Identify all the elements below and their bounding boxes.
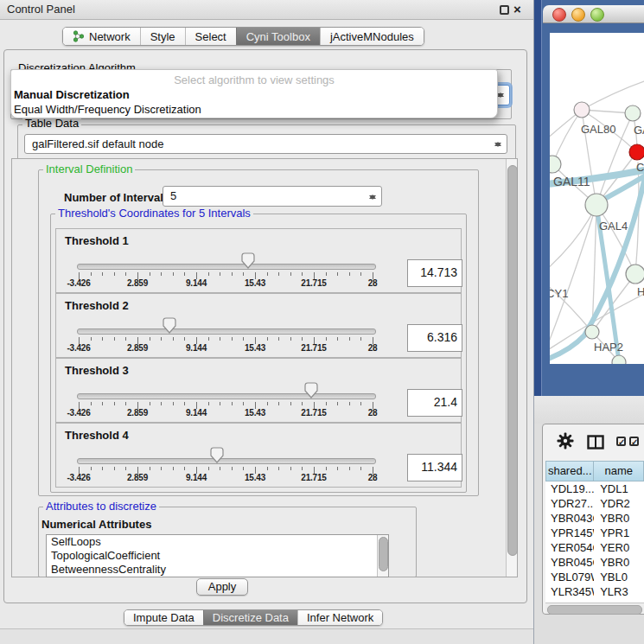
slider-thumb[interactable] [163, 317, 176, 334]
numerical-attributes-list[interactable]: SelfLoopsTopologicalCoefficientBetweenne… [46, 534, 389, 577]
tab-select[interactable]: Select [185, 28, 236, 45]
slider-tick [302, 337, 303, 341]
slider-tick [208, 272, 209, 276]
slider-tick-label: 21.715 [294, 408, 334, 418]
slider-tick [232, 337, 233, 341]
tab-label: Impute Data [133, 611, 194, 624]
attribute-list-item[interactable]: SelfLoops [47, 535, 388, 549]
close-traffic-light-icon[interactable] [552, 8, 566, 22]
slider-track[interactable] [77, 458, 376, 464]
table-row[interactable]: YDR27...YDR2 [545, 496, 644, 511]
tab-infer-network[interactable]: Infer Network [297, 610, 382, 625]
node-bottom[interactable] [612, 355, 626, 364]
node-attribute-table[interactable]: shared...name YDL19...YDL1YDR27...YDR2YB… [545, 461, 644, 603]
slider-tick [243, 402, 244, 405]
network-window-frame-edge [534, 0, 541, 396]
settings-vertical-scrollbar[interactable] [506, 159, 517, 577]
slider-tick [184, 272, 185, 276]
checkbox-icon[interactable]: ✓ [629, 437, 639, 446]
zoom-traffic-light-icon[interactable] [590, 8, 604, 22]
table-row[interactable]: YDL19...YDL1 [545, 481, 644, 496]
scrollbar-thumb[interactable] [379, 537, 388, 571]
node-gal4[interactable] [585, 194, 608, 216]
column-header-1[interactable]: shared... [545, 461, 594, 481]
table-row[interactable]: YBR045CYBR0 [545, 555, 644, 570]
threshold-value-field[interactable]: 21.4 [407, 389, 462, 417]
slider-tick [125, 337, 126, 341]
network-window-frame-highlight [541, 0, 542, 396]
threshold-value-field[interactable]: 14.713 [407, 259, 462, 287]
slider-tick-label: 21.715 [294, 278, 334, 288]
panel-title: Control Panel [7, 0, 75, 19]
node-hap2-label: HAP2 [594, 341, 623, 354]
slider-tick [125, 402, 126, 405]
slider-tick-label: 21.715 [294, 343, 334, 353]
node-top-right[interactable] [625, 105, 641, 121]
node-right[interactable] [626, 265, 644, 284]
checkbox-icon[interactable]: ✓ [616, 437, 626, 446]
minimize-traffic-light-icon[interactable] [571, 8, 585, 22]
threshold-value-field[interactable]: 11.344 [407, 454, 462, 481]
slider-tick-label: 2.859 [118, 278, 157, 288]
slider-tick [360, 272, 361, 276]
slider-tick-label: 2.859 [118, 473, 157, 482]
node-hap2[interactable] [585, 325, 599, 339]
threshold-panel-3: Threshold 3-3.4262.8599.14415.4321.71528… [55, 358, 462, 423]
scrollbar-thumb[interactable] [547, 605, 642, 615]
network-window-titlebar[interactable] [543, 5, 644, 23]
slider-thumb[interactable] [241, 252, 255, 269]
slider-track[interactable] [77, 393, 376, 399]
network-view-canvas[interactable]: GAL80GALCGAL11GAL4GCY1HHAP2 [550, 33, 644, 364]
threshold-label: Threshold 4 [65, 429, 129, 442]
tab-network[interactable]: Network [63, 28, 140, 45]
table-row[interactable]: YBL079WYBL0 [545, 570, 644, 584]
scrollbar-thumb[interactable] [507, 165, 518, 556]
split-columns-icon[interactable] [587, 435, 604, 450]
tab-cyni-toolbox[interactable]: Cyni Toolbox [236, 28, 320, 45]
slider-tick [302, 272, 303, 276]
attribute-list-item[interactable]: BetweennessCentrality [47, 563, 388, 577]
algorithm-option-equal-width-frequency-discretization[interactable]: Equal Width/Frequency Discretization [14, 103, 201, 116]
gear-icon[interactable] [557, 432, 574, 450]
apply-button[interactable]: Apply [196, 578, 248, 596]
slider-thumb[interactable] [210, 447, 224, 463]
attributes-list-scrollbar[interactable] [377, 535, 388, 577]
slider-tick [326, 272, 327, 276]
slider-track[interactable] [77, 264, 376, 270]
slider-tick [243, 337, 244, 341]
node-gal11[interactable] [550, 156, 561, 173]
slider-tick [267, 272, 268, 276]
float-window-icon[interactable] [500, 5, 509, 15]
table-row[interactable]: YPR145WYPR1 [545, 526, 644, 540]
node-red[interactable] [629, 144, 644, 160]
number-of-intervals-combobox[interactable]: 5 [163, 186, 382, 207]
column-header-2[interactable]: name [594, 461, 644, 481]
table-row[interactable]: YER054CYER0 [545, 540, 644, 555]
threshold-value-field[interactable]: 6.316 [407, 324, 462, 352]
numerical-attributes-label: Numerical Attributes [41, 518, 151, 531]
table-horizontal-scrollbar[interactable] [545, 603, 644, 614]
slider-thumb[interactable] [304, 382, 318, 399]
node-gal80[interactable] [574, 102, 590, 118]
tab-discretize-data[interactable]: Discretize Data [203, 610, 297, 625]
slider-tick [150, 467, 150, 470]
slider-tick [114, 467, 115, 470]
algorithm-option-manual-discretization[interactable]: Manual Discretization [14, 88, 130, 101]
table-row[interactable]: YBR043CYBR0 [545, 511, 644, 526]
close-icon[interactable]: × [513, 2, 521, 17]
table-cell: YBL079W [545, 570, 594, 584]
slider-tick [337, 467, 338, 470]
node-gcy1-label: GCY1 [550, 287, 568, 300]
tab-jactivemnodules[interactable]: jActiveMNodules [320, 28, 424, 45]
table-row[interactable]: YLR345WYLR3 [545, 584, 644, 599]
table-data-combobox[interactable]: galFiltered.sif default node [24, 134, 507, 154]
slider-tick [114, 337, 115, 341]
node-gal11-label: GAL11 [553, 175, 590, 188]
tab-impute-data[interactable]: Impute Data [124, 610, 203, 625]
tab-style[interactable]: Style [140, 28, 185, 45]
attribute-list-item[interactable]: TopologicalCoefficient [47, 549, 388, 563]
slider-tick [267, 467, 268, 470]
algorithm-dropdown-popup: Select algorithm to view settings Manual… [10, 69, 498, 118]
slider-track[interactable] [77, 328, 376, 335]
slider-tick [337, 402, 338, 405]
